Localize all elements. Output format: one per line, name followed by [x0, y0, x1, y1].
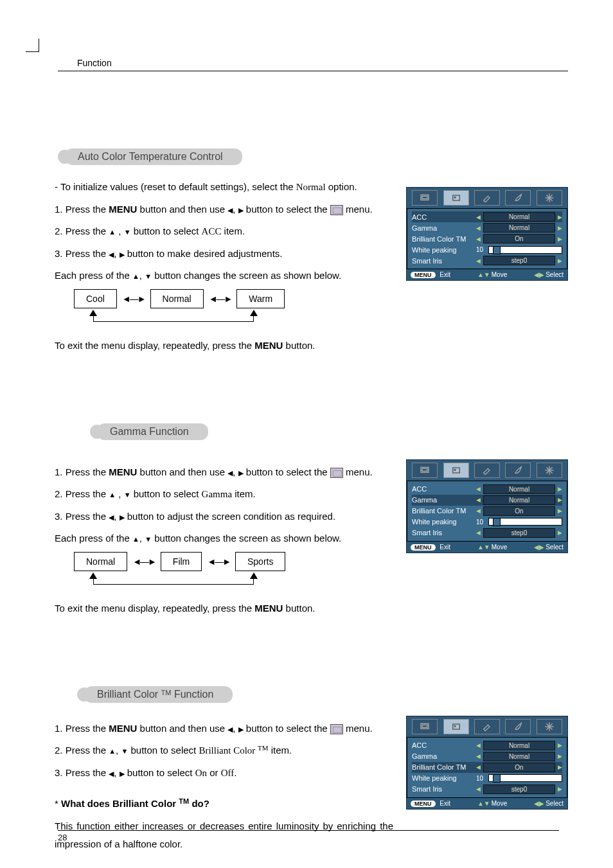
cycle-box: Cool	[74, 289, 117, 309]
acc-step2: 2. Press the , button to select ACC item…	[55, 222, 393, 241]
left-arrow-icon	[227, 466, 233, 477]
svg-rect-9	[422, 468, 427, 471]
text: 1. Press the	[55, 723, 109, 734]
osd-value: step0	[483, 528, 555, 538]
osd-tab-image-icon	[443, 190, 469, 206]
cycle-box: Normal	[150, 289, 204, 309]
cycle-box: Sports	[235, 552, 285, 572]
double-arrow-icon: ◄—►	[132, 553, 155, 571]
osd-label: Brilliant Color TM	[412, 507, 476, 515]
osd-select: ◀▶Select	[534, 544, 564, 551]
up-arrow-icon	[132, 270, 139, 281]
osd-tab-brush-icon	[505, 190, 531, 206]
acc-step3: 3. Press the , button to make desired ad…	[55, 245, 393, 263]
text: 2. Press the	[55, 745, 109, 756]
left-arrow-icon: ◀	[476, 214, 481, 220]
brilliant-step2: 2. Press the , button to select Brillian…	[55, 741, 393, 760]
right-arrow-icon: ▶	[558, 258, 562, 264]
text: item.	[221, 226, 245, 236]
cycle-loop	[74, 312, 273, 333]
osd-label: Smart Iris	[412, 785, 476, 793]
osd-menu-icon	[330, 468, 343, 478]
svg-rect-2	[452, 195, 459, 200]
text: Gamma	[202, 489, 232, 499]
right-arrow-icon	[238, 204, 244, 215]
osd-label: Smart Iris	[412, 257, 476, 265]
text: 1. Press the	[55, 466, 109, 477]
osd-menu-icon	[330, 205, 343, 215]
osd-tab-paint-icon	[474, 719, 500, 734]
osd-label: ACC	[412, 213, 476, 221]
osd-tab-picture-icon	[412, 463, 438, 478]
osd-label: Gamma	[412, 224, 476, 232]
osd-menu-exit: MENU Exit	[411, 800, 450, 807]
osd-tab-brush-icon	[505, 719, 531, 734]
osd-menu-exit: MENU Exit	[411, 271, 450, 278]
osd-move: ▲▼Move	[477, 271, 507, 278]
text: 2. Press the	[55, 226, 109, 236]
gamma-step1: 1. Press the MENU button and then use , …	[55, 463, 393, 482]
down-arrow-icon	[124, 226, 131, 236]
osd-select: ◀▶Select	[534, 271, 564, 278]
osd-menu-exit: MENU Exit	[411, 544, 450, 551]
osd-value: 10	[476, 246, 483, 253]
cycle-box: Film	[161, 552, 202, 572]
section-title-brilliant: Brilliant Color TM Function	[84, 686, 233, 703]
right-arrow-icon	[238, 723, 244, 734]
up-arrow-icon	[132, 533, 139, 544]
down-arrow-icon	[145, 270, 152, 281]
brilliant-question: * What does Brilliant Color TM do?	[55, 795, 393, 813]
cycle-box: Normal	[74, 552, 127, 572]
text: button to select	[131, 226, 202, 236]
osd-value: On	[483, 234, 555, 244]
pill-decorator	[77, 687, 91, 702]
left-arrow-icon: ◀	[476, 225, 481, 231]
osd-value: On	[483, 763, 555, 772]
down-arrow-icon	[145, 533, 152, 544]
text: MENU	[109, 204, 137, 215]
text: On	[195, 768, 207, 778]
osd-value: Normal	[483, 495, 555, 505]
osd-tab-settings-icon	[537, 463, 562, 478]
osd-tab-paint-icon	[474, 190, 500, 206]
osd-value: Normal	[483, 223, 555, 233]
osd-label: ACC	[412, 485, 476, 493]
left-arrow-icon: ◀	[476, 742, 481, 748]
text: 2. Press the	[55, 488, 109, 499]
osd-tab-image-icon	[443, 463, 469, 478]
gamma-step3: 3. Press the , button to adjust the scre…	[55, 508, 393, 526]
text: MENU	[254, 603, 283, 614]
up-arrow-icon	[109, 488, 116, 499]
down-arrow-icon	[121, 745, 128, 756]
page-header: Function	[77, 58, 568, 68]
text: Each press of the	[55, 270, 132, 281]
text: TM	[258, 744, 269, 752]
right-arrow-icon: ▶	[558, 508, 562, 514]
text: button to select the	[244, 204, 330, 215]
right-arrow-icon: ▶	[558, 214, 562, 220]
section-gamma: Gamma Function 1. Press the MENU button …	[58, 423, 568, 622]
osd-preview-acc: ACC ◀Normal▶ Gamma ◀Normal▶ Brilliant Co…	[406, 187, 568, 359]
osd-tab-image-icon	[443, 719, 469, 734]
text: MENU	[109, 723, 137, 734]
brilliant-step1: 1. Press the MENU button and then use , …	[55, 720, 393, 738]
text: button and then use	[137, 204, 227, 215]
text: 1. Press the	[55, 204, 109, 215]
osd-menu-icon	[330, 724, 343, 734]
up-arrow-icon	[109, 226, 116, 236]
text: button to adjust the screen condition as…	[125, 511, 336, 522]
svg-point-3	[454, 197, 456, 198]
osd-value: step0	[483, 784, 555, 794]
section-acc: Auto Color Temperature Control - To init…	[58, 148, 568, 359]
left-arrow-icon: ◀	[476, 764, 481, 770]
text: button.	[283, 340, 315, 351]
text: button and then use	[137, 466, 227, 477]
osd-select: ◀▶Select	[534, 800, 564, 807]
osd-move: ▲▼Move	[477, 800, 507, 807]
brilliant-step3: 3. Press the , button to select On or Of…	[55, 764, 393, 783]
text: item.	[232, 488, 256, 499]
text: .	[234, 767, 236, 778]
crop-mark	[26, 39, 39, 52]
text: - To initialize values (reset to default…	[55, 181, 296, 192]
text: button changes the screen as shown below…	[152, 270, 341, 281]
